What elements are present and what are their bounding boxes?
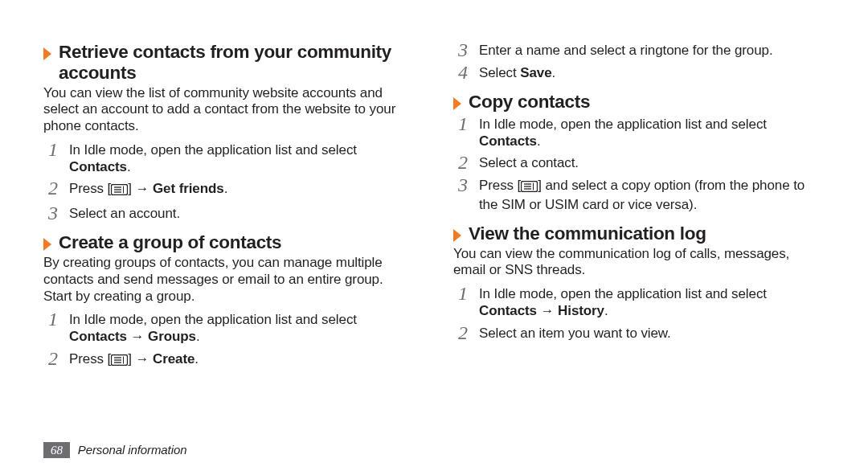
section-heading-log: View the communication log [453,223,825,244]
section-label: Personal information [78,443,187,457]
chevron-icon [453,97,462,111]
step-text: Select an account. [69,203,415,223]
menu-icon [111,183,128,200]
step-number: 3 [455,40,471,59]
step-1: 1 In Idle mode, open the application lis… [453,284,825,319]
intro-text: By creating groups of contacts, you can … [43,255,415,305]
step-2: 2 Select an item you want to view. [453,323,825,342]
section-title: View the communication log [469,223,706,244]
chevron-icon [43,47,52,61]
section-title: Copy contacts [469,92,590,113]
step-3: 3 Enter a name and select a ringtone for… [453,40,825,59]
section-heading-retrieve: Retrieve contacts from your community ac… [43,42,415,84]
step-text: Press [] → Create. [69,349,415,371]
section-title: Create a group of contacts [59,232,281,253]
step-number: 3 [45,203,61,223]
step-number: 1 [455,114,471,133]
step-text: Press [] and select a copy option (from … [479,175,825,213]
step-text: In Idle mode, open the application list … [479,114,825,149]
step-text: In Idle mode, open the application list … [69,140,415,175]
right-column: 3 Enter a name and select a ringtone for… [453,40,825,373]
step-number: 1 [45,140,61,159]
section-title: Retrieve contacts from your community ac… [59,42,415,84]
step-1: 1 In Idle mode, open the application lis… [43,140,415,175]
step-text: Select a contact. [479,153,825,172]
section-heading-copy: Copy contacts [453,92,825,113]
step-text: Press [] → Get friends. [69,178,415,200]
step-3: 3 Press [] and select a copy option (fro… [453,175,825,213]
step-3: 3 Select an account. [43,203,415,223]
step-text: In Idle mode, open the application list … [479,284,825,319]
step-text: Select Save. [479,63,825,82]
step-text: In Idle mode, open the application list … [69,309,415,345]
step-number: 2 [45,178,61,198]
chevron-icon [43,238,52,252]
page-footer: 68 Personal information [43,442,186,458]
step-number: 4 [455,63,471,82]
menu-icon [111,354,128,371]
intro-text: You can view the communication log of ca… [453,246,825,279]
step-2: 2 Select a contact. [453,153,825,172]
step-1: 1 In Idle mode, open the application lis… [43,309,415,345]
step-number: 2 [455,323,471,342]
step-number: 3 [455,175,471,195]
section-heading-group: Create a group of contacts [43,232,415,253]
chevron-icon [453,229,462,243]
page-number: 68 [43,442,70,458]
step-number: 2 [45,349,61,368]
step-2: 2 Press [] → Get friends. [43,178,415,200]
step-1: 1 In Idle mode, open the application lis… [453,114,825,149]
intro-text: You can view the list of community websi… [43,85,415,135]
step-4: 4 Select Save. [453,63,825,82]
step-2: 2 Press [] → Create. [43,349,415,371]
step-text: Enter a name and select a ringtone for t… [479,40,825,59]
menu-icon [521,180,538,197]
step-number: 1 [45,309,61,329]
step-text: Select an item you want to view. [479,323,825,342]
step-number: 2 [455,153,471,172]
left-column: Retrieve contacts from your community ac… [43,40,415,373]
step-number: 1 [455,284,471,303]
